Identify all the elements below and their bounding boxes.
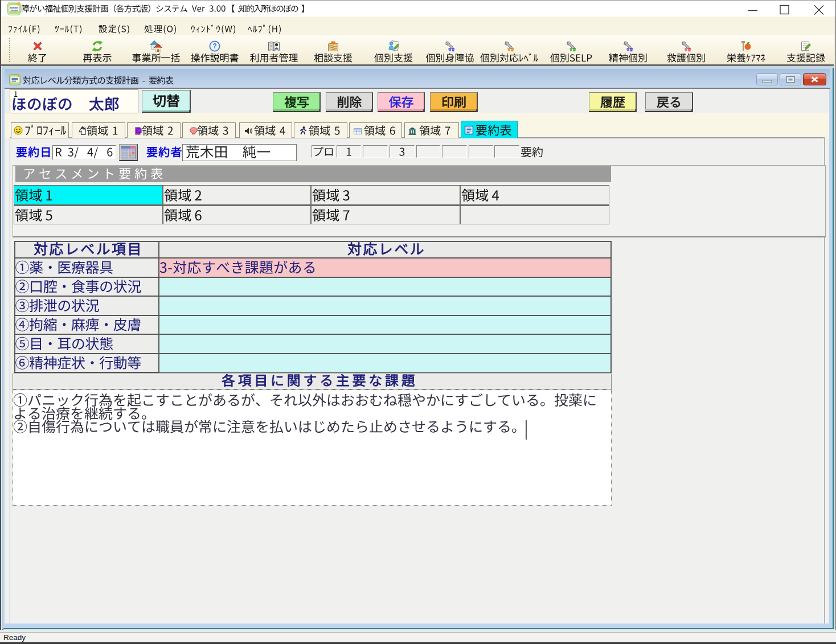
svg-text:more: more — [10, 9, 18, 12]
svg-text:?: ? — [212, 42, 216, 50]
